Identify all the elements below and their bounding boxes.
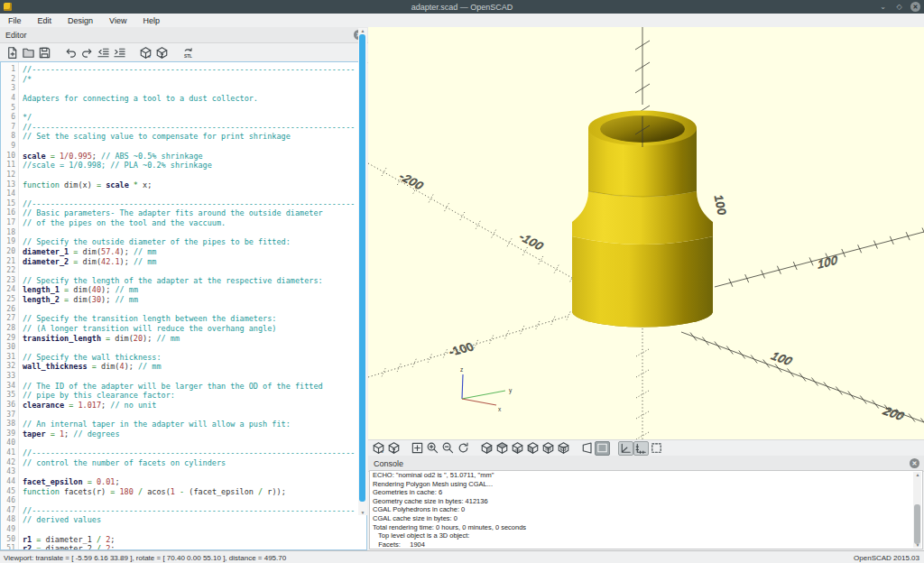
redo-icon[interactable] [79, 45, 95, 61]
console-panel: Console ✕ ECHO: "nominal od2 is ", 51.07… [368, 456, 924, 550]
svg-text:-200: -200 [396, 171, 428, 192]
console-close-icon[interactable]: ✕ [910, 458, 919, 468]
open-file-icon[interactable] [20, 45, 36, 61]
line-number: 17 [1, 218, 15, 228]
preview-icon[interactable]: » [137, 45, 153, 61]
code-line: transition_length = dim(20); // mm [23, 334, 366, 344]
view-back-icon[interactable] [556, 441, 571, 456]
scroll-down-icon[interactable]: ▼ [358, 510, 367, 515]
svg-text:100: 100 [768, 349, 796, 367]
export-stl-icon[interactable]: STL [180, 45, 196, 61]
editor-panel-header: Editor ✕ [0, 27, 368, 43]
triad-x-label: x [498, 406, 502, 412]
line-number: 26 [1, 305, 15, 315]
menu-view[interactable]: View [101, 16, 134, 25]
view-top-icon[interactable] [494, 441, 510, 456]
zoom-in-icon[interactable] [425, 441, 440, 456]
undo-icon[interactable] [62, 45, 79, 61]
line-number: 6 [1, 113, 15, 123]
line-number: 20 [1, 247, 15, 257]
code-editor[interactable]: 1234567891011121314151617181920212223242… [0, 61, 367, 550]
save-icon[interactable] [36, 45, 52, 61]
view-left-icon[interactable] [525, 441, 541, 456]
menu-help[interactable]: Help [134, 16, 168, 25]
line-number: 47 [1, 506, 15, 516]
code-line: // Specify the outside diameter of the p… [23, 237, 366, 247]
line-number: 10 [1, 152, 15, 162]
scroll-up-icon[interactable]: ▲ [358, 28, 367, 33]
code-line: clearance = 1.017; // no unit [23, 401, 366, 411]
maximize-icon[interactable]: ◇ [894, 2, 904, 12]
code-line: // The ID of the adapter will be larger … [23, 382, 366, 392]
minimize-icon[interactable]: ⌄ [878, 2, 888, 12]
preview-icon[interactable]: » [371, 441, 386, 456]
console-output[interactable]: ECHO: "nominal od2 is ", 51.0711, "mm"Re… [369, 470, 923, 549]
console-panel-title: Console [374, 459, 403, 468]
line-number: 2 [1, 75, 15, 85]
line-number: 51 [1, 544, 15, 550]
code-line: facet_epsilon = 0.01; [23, 477, 366, 487]
code-line: /* [23, 75, 366, 85]
editor-scrollbar[interactable]: ▲ ▼ [358, 28, 367, 515]
code-line: //--------------------------------------… [23, 448, 366, 458]
console-scrollbar-thumb[interactable] [914, 504, 920, 544]
indent-icon[interactable] [111, 45, 127, 61]
unindent-icon[interactable] [95, 45, 111, 61]
render-icon[interactable] [153, 45, 170, 61]
code-line: //--------------------------------------… [23, 506, 366, 516]
render-icon[interactable] [386, 441, 402, 456]
menu-file[interactable]: File [0, 16, 30, 25]
zoom-all-icon[interactable] [410, 441, 425, 456]
openscad-window: adapter.scad — OpenSCAD ⌄ ◇ ✕ FileEditDe… [0, 0, 924, 563]
line-number: 28 [1, 324, 15, 334]
editor-panel: Editor ✕ »STL 12345678910111213141516171… [0, 27, 369, 550]
line-number: 3 [1, 84, 15, 94]
code-line [23, 372, 366, 382]
close-icon[interactable]: ✕ [910, 2, 920, 12]
show-crosshairs-icon[interactable] [649, 441, 664, 456]
console-line: ECHO: "nominal od2 is ", 51.0711, "mm" [370, 471, 922, 480]
reset-view-icon[interactable] [456, 441, 471, 456]
line-number-gutter: 1234567891011121314151617181920212223242… [1, 62, 19, 549]
adapter-model [572, 111, 713, 328]
orthogonal-icon[interactable] [595, 441, 610, 456]
perspective-icon[interactable] [579, 441, 595, 456]
view-front-icon[interactable] [541, 441, 556, 456]
console-line: Total rendering time: 0 hours, 0 minutes… [370, 523, 922, 532]
orientation-triad: zyx [460, 366, 513, 412]
new-file-icon[interactable] [4, 45, 20, 61]
console-scrollbar[interactable]: ▲ ▼ [913, 472, 921, 548]
menu-edit[interactable]: Edit [30, 16, 60, 25]
code-text[interactable]: //--------------------------------------… [19, 62, 366, 549]
code-line [23, 343, 366, 353]
3d-viewport[interactable]: 100-200-100100-100100200zyx [368, 27, 924, 439]
menubar: FileEditDesignViewHelp [0, 14, 924, 28]
line-number: 1 [1, 65, 15, 75]
console-line: Geometry cache size in bytes: 412136 [370, 497, 922, 506]
editor-panel-title: Editor [5, 31, 27, 40]
view-bottom-icon[interactable] [510, 441, 525, 456]
show-axes-icon[interactable] [618, 441, 633, 456]
line-number: 33 [1, 372, 15, 382]
line-number: 12 [1, 171, 15, 180]
triad-y-label: y [509, 387, 513, 394]
zoom-out-icon[interactable] [440, 441, 456, 456]
code-line [23, 525, 366, 535]
code-line [23, 467, 366, 477]
editor-scrollbar-thumb[interactable] [359, 34, 365, 502]
code-line: // pipe by this clearance factor: [23, 391, 366, 401]
show-scale-markers-icon[interactable] [633, 441, 649, 456]
editor-toolbar: »STL [0, 43, 368, 63]
menu-design[interactable]: Design [60, 16, 101, 25]
code-line: */ [23, 113, 366, 123]
scroll-down-icon[interactable]: ▼ [913, 542, 922, 548]
code-line: //--------------------------------------… [23, 123, 366, 133]
line-number: 11 [1, 161, 15, 171]
view-right-icon[interactable] [479, 441, 494, 456]
console-line: Rendering Polygon Mesh using CGAL... [370, 480, 922, 489]
scroll-up-icon[interactable]: ▲ [913, 472, 922, 477]
code-line: // of the pipes on the tool and the vacc… [23, 218, 366, 228]
code-line: function facets(r) = 180 / acos(1 - (fac… [23, 487, 366, 497]
line-number: 48 [1, 515, 15, 525]
code-line [23, 228, 366, 238]
